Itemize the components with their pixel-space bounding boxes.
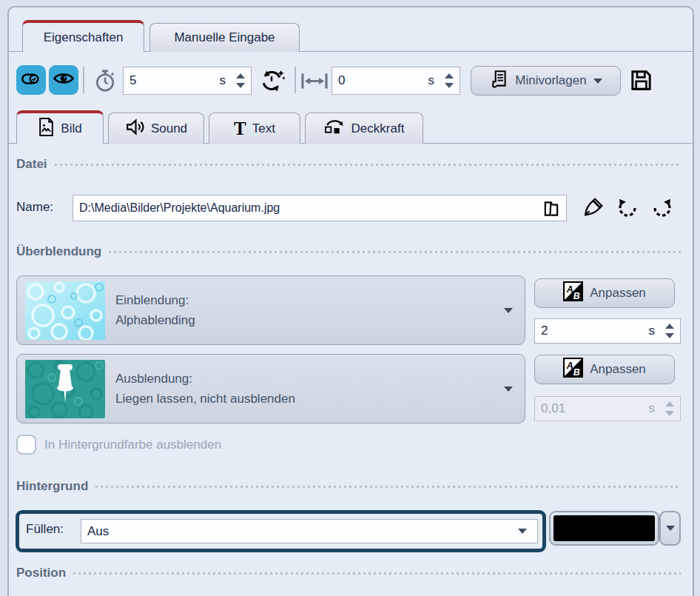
fade-out-duration-value: 0,01 <box>535 401 649 416</box>
section-hintergrund-title: Hintergrund <box>16 479 88 494</box>
brush-button[interactable] <box>581 196 605 220</box>
fill-value: Aus <box>87 524 109 539</box>
fill-focus-group: Füllen: Aus <box>16 510 546 552</box>
fill-color-value <box>553 515 655 541</box>
dotted-divider <box>109 251 681 253</box>
dotted-divider <box>95 486 681 488</box>
svg-text:A: A <box>566 361 573 371</box>
scroll-template-icon <box>489 69 508 93</box>
svg-text:B: B <box>573 367 580 378</box>
ab-contrast-icon: A B <box>563 281 583 305</box>
toggle-check-icon <box>21 68 41 92</box>
toolbar-separator <box>83 67 84 93</box>
fade-out-duration-up-button <box>665 401 674 406</box>
tab-eigenschaften-label: Eigenschaften <box>44 30 124 45</box>
minivorlagen-label: Minivorlagen <box>515 73 586 88</box>
minivorlagen-button[interactable]: Minivorlagen <box>471 66 621 96</box>
save-button[interactable] <box>629 68 653 93</box>
fill-label: Füllen: <box>26 522 64 537</box>
properties-panel: Eigenschaften Manuelle Eingabe <box>0 0 700 596</box>
pause-up-button[interactable] <box>445 73 454 78</box>
bg-fade-checkbox-label: In Hintergrundfarbe ausblenden <box>44 438 221 452</box>
fade-out-value: Liegen lassen, nicht ausblenden <box>115 389 295 409</box>
pause-length-icon <box>300 72 329 90</box>
subtab-bild-label: Bild <box>61 121 81 136</box>
floppy-disk-icon <box>629 68 653 93</box>
dotted-divider <box>55 164 681 166</box>
fill-dropdown[interactable]: Aus <box>81 519 538 543</box>
file-name-value: D:\Media\Bilder\Projekte\Aquarium.jpg <box>79 201 566 215</box>
dotted-divider <box>73 572 681 575</box>
section-datei: Datei <box>16 157 681 172</box>
fade-in-duration-down-button[interactable] <box>665 333 674 338</box>
duration-down-button[interactable] <box>236 83 245 88</box>
subtab-text[interactable]: T Text <box>209 113 300 144</box>
fade-out-adjust-label: Anpassen <box>590 362 646 377</box>
file-name-input[interactable]: D:\Media\Bilder\Projekte\Aquarium.jpg <box>73 195 567 221</box>
tab-eigenschaften[interactable]: Eigenschaften <box>22 20 144 52</box>
open-folder-icon <box>542 199 561 218</box>
fade-out-duration-down-button <box>665 411 674 416</box>
stopwatch-icon <box>93 69 117 93</box>
fade-out-dropdown[interactable]: Ausblendung: Liegen lassen, nicht ausble… <box>16 354 525 423</box>
fade-in-duration-spinner[interactable]: 2 s <box>534 318 681 344</box>
fade-in-duration-up-button[interactable] <box>665 324 674 329</box>
fade-in-adjust-button[interactable]: A B Anpassen <box>534 278 675 308</box>
duration-up-button[interactable] <box>236 73 245 78</box>
fade-out-adjust-button[interactable]: A B Anpassen <box>534 355 675 384</box>
fade-in-adjust-label: Anpassen <box>590 286 646 301</box>
activate-toggle-button[interactable] <box>16 65 46 95</box>
brush-icon <box>581 196 605 220</box>
section-datei-title: Datei <box>16 157 47 172</box>
fade-in-dropdown[interactable]: Einblendung: Alphablending <box>16 275 525 345</box>
duration-unit: s <box>220 73 226 88</box>
pause-value[interactable]: 0 <box>332 73 428 88</box>
random-duration-button[interactable] <box>258 67 286 95</box>
name-label: Name: <box>16 200 53 215</box>
pause-spinner[interactable]: 0 s <box>332 67 460 95</box>
fill-color-dropdown-button[interactable] <box>659 511 681 546</box>
subtab-text-label: Text <box>252 121 275 136</box>
open-folder-button[interactable] <box>541 198 562 219</box>
speaker-icon <box>125 118 145 140</box>
ab-contrast-icon: A B <box>563 358 583 381</box>
duration-spinner[interactable]: 5 s <box>123 67 252 95</box>
section-ueberblendung-title: Überblendung <box>16 244 101 259</box>
subtab-bild[interactable]: Bild <box>16 110 104 144</box>
opacity-rotation-icon <box>324 118 346 140</box>
toolbar-separator <box>295 67 296 93</box>
rotate-cw-icon <box>650 196 674 220</box>
subtab-deckkraft-label: Deckkraft <box>351 121 405 136</box>
section-hintergrund: Hintergrund <box>16 479 681 494</box>
fade-out-label: Ausblendung: <box>115 369 295 389</box>
chevron-down-icon <box>593 78 602 84</box>
rotate-right-button[interactable] <box>650 196 674 220</box>
tab-manuelle-eingabe[interactable]: Manuelle Eingabe <box>149 23 300 52</box>
visibility-button[interactable] <box>49 65 78 95</box>
section-ueberblendung: Überblendung <box>16 244 681 259</box>
chevron-down-icon <box>666 526 675 531</box>
bg-fade-checkbox <box>16 435 36 455</box>
fade-in-duration-unit: s <box>649 324 656 338</box>
chevron-down-icon <box>504 386 513 392</box>
rotate-left-button[interactable] <box>616 196 639 220</box>
tab-manuelle-eingabe-label: Manuelle Eingabe <box>174 30 275 45</box>
svg-text:B: B <box>573 291 580 301</box>
svg-text:A: A <box>566 284 573 295</box>
fade-in-value: Alphablending <box>115 310 195 330</box>
section-position: Position <box>16 566 681 580</box>
eye-icon <box>53 67 75 93</box>
fade-out-duration-spinner: 0,01 s <box>534 396 681 421</box>
fade-out-thumbnail <box>25 360 105 418</box>
fill-color-swatch[interactable] <box>549 511 659 546</box>
chevron-down-icon <box>504 308 513 313</box>
subtab-deckkraft[interactable]: Deckkraft <box>305 113 423 144</box>
duration-value[interactable]: 5 <box>124 73 220 88</box>
chevron-down-icon <box>518 529 527 534</box>
subtab-sound[interactable]: Sound <box>108 113 204 144</box>
section-position-title: Position <box>16 566 66 580</box>
subtab-sound-label: Sound <box>151 121 187 136</box>
fade-in-duration-value[interactable]: 2 <box>535 324 649 338</box>
pause-down-button[interactable] <box>445 83 454 88</box>
pause-unit: s <box>428 73 435 88</box>
